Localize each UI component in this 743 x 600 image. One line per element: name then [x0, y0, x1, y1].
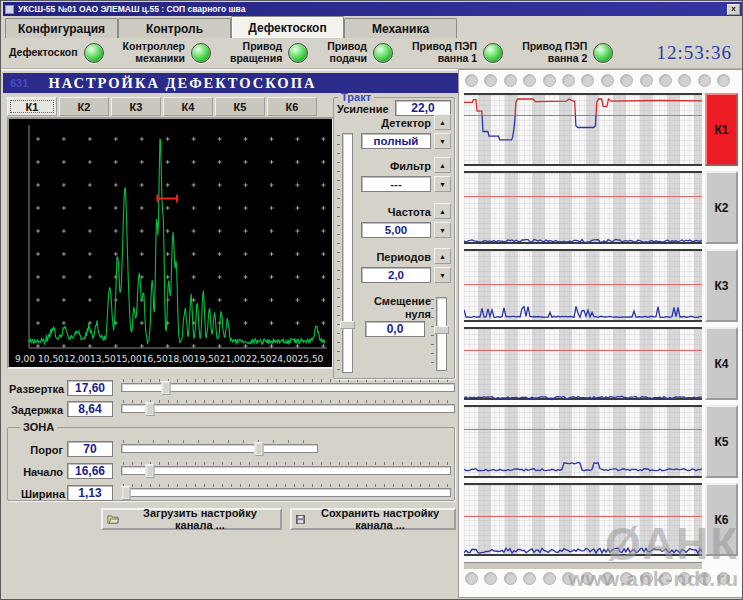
folder-open-icon: [107, 514, 119, 525]
panel-title: НАСТРОЙКА ДЕФЕКТОСКОПА: [3, 75, 362, 92]
channel-tab-bar: К1 К2 К3 К4 К5 К6: [7, 97, 317, 116]
zero-offset-value[interactable]: 0,0: [365, 321, 425, 337]
application-window: УКСШ-55 №01 ОАО ЭЛЕМАШ ц.55 : СОП сварно…: [0, 0, 743, 600]
detector-down-button[interactable]: ▼: [434, 133, 451, 149]
slider-thumb[interactable]: [162, 381, 171, 395]
gain-label: Усиление: [337, 103, 393, 115]
channel-tab-k3[interactable]: К3: [111, 97, 161, 116]
gate-start-slider[interactable]: [121, 462, 451, 478]
status-bar: Дефектоскоп Контроллер механики Привод в…: [1, 38, 743, 69]
perforation-hole: [581, 572, 594, 585]
svg-text:13,50: 13,50: [90, 354, 116, 364]
svg-text:16,50: 16,50: [142, 354, 168, 364]
perforation-hole: [543, 572, 556, 585]
threshold-value[interactable]: 70: [67, 441, 113, 457]
delay-slider[interactable]: [121, 400, 455, 416]
main-tab-bar: Конфигурация Контроль Дефектоскоп Механи…: [5, 16, 457, 38]
slider-thumb[interactable]: [121, 486, 130, 500]
periods-value[interactable]: 2,0: [361, 267, 431, 283]
detector-label: Детектор: [357, 117, 431, 129]
tract-title: Тракт: [338, 91, 374, 103]
svg-text:21,00: 21,00: [220, 354, 246, 364]
title-bar: УКСШ-55 №01 ОАО ЭЛЕМАШ ц.55 : СОП сварно…: [3, 2, 742, 16]
periods-down-button[interactable]: ▼: [434, 267, 451, 283]
strip-channel-button-к5[interactable]: К5: [705, 405, 738, 478]
zero-offset-slider[interactable]: [431, 297, 453, 371]
gate-width-value[interactable]: 1,13: [67, 485, 113, 501]
frequency-down-button[interactable]: ▼: [434, 222, 451, 238]
channel-tab-k6[interactable]: К6: [267, 97, 317, 116]
ascan-chart: 9,0010,5012,0013,5015,0016,5018,0019,502…: [9, 119, 332, 367]
save-channel-settings-button[interactable]: Сохранить настройку канала ...: [290, 508, 456, 530]
tab-mechanics[interactable]: Механика: [344, 18, 457, 38]
gate-width-label: Ширина: [21, 488, 63, 500]
channel-tab-k1[interactable]: К1: [7, 97, 57, 116]
channel-tab-k4[interactable]: К4: [163, 97, 213, 116]
strip-band-к1: [464, 93, 702, 166]
gate-width-slider[interactable]: [121, 484, 451, 500]
led-icon: [593, 43, 613, 63]
filter-up-button[interactable]: ▲: [434, 157, 451, 173]
channel-tab-k2[interactable]: К2: [59, 97, 109, 116]
tab-defectoscope[interactable]: Дефектоскоп: [231, 16, 344, 38]
channel-tab-k5[interactable]: К5: [215, 97, 265, 116]
svg-text:9,00: 9,00: [15, 354, 35, 364]
detector-value[interactable]: полный: [361, 133, 431, 149]
strip-band-к2: [464, 171, 702, 244]
strip-channel-button-к3[interactable]: К3: [705, 249, 738, 322]
delay-value[interactable]: 8,64: [67, 401, 113, 417]
perforation-hole: [601, 572, 614, 585]
sweep-slider[interactable]: [121, 379, 455, 395]
svg-text:15,00: 15,00: [116, 354, 142, 364]
slider-thumb[interactable]: [145, 464, 154, 478]
threshold-slider[interactable]: [121, 440, 318, 456]
perforation-hole: [465, 74, 478, 87]
perforation-hole: [698, 74, 711, 87]
gate-start-value[interactable]: 16,66: [67, 463, 113, 479]
perforation-hole: [581, 74, 594, 87]
perforation-hole: [601, 74, 614, 87]
perforation-hole: [640, 74, 653, 87]
panel-title-bar: 631 НАСТРОЙКА ДЕФЕКТОСКОПА: [3, 73, 463, 93]
filter-value[interactable]: ---: [361, 176, 431, 192]
strip-bottom-bar: [464, 562, 702, 569]
sweep-value[interactable]: 17,60: [67, 380, 113, 396]
indicator-probe-bath1: Привод ПЭП ванна 1: [412, 41, 503, 65]
slider-thumb[interactable]: [254, 442, 263, 456]
strip-channel-button-к4[interactable]: К4: [705, 327, 738, 400]
strip-channel-button-к6[interactable]: К6: [705, 483, 738, 556]
filter-down-button[interactable]: ▼: [434, 176, 451, 192]
led-icon: [84, 43, 104, 63]
frequency-label: Частота: [357, 206, 431, 218]
perforation-hole: [504, 572, 517, 585]
load-channel-settings-button[interactable]: Загрузить настройку канала ...: [101, 508, 282, 530]
slider-thumb[interactable]: [434, 326, 449, 334]
detector-up-button[interactable]: ▲: [434, 114, 451, 130]
sweep-label: Развертка: [9, 383, 63, 395]
frequency-up-button[interactable]: ▲: [434, 203, 451, 219]
led-icon: [373, 43, 393, 63]
perforation-hole: [717, 74, 730, 87]
perforation-hole: [659, 572, 672, 585]
close-button[interactable]: x: [727, 4, 740, 15]
svg-text:25,50: 25,50: [298, 354, 324, 364]
tab-control[interactable]: Контроль: [118, 18, 231, 38]
periods-label: Периодов: [357, 251, 431, 263]
perforation-hole: [717, 572, 730, 585]
slider-thumb[interactable]: [146, 402, 155, 416]
perforation-hole: [678, 572, 691, 585]
gain-slider[interactable]: [337, 133, 359, 373]
indicator-rotation-drive: Привод вращения: [230, 41, 308, 65]
strip-band-к3: [464, 249, 702, 322]
periods-up-button[interactable]: ▲: [434, 248, 451, 264]
frequency-value[interactable]: 5,00: [361, 222, 431, 238]
strip-channel-button-к1[interactable]: К1: [705, 93, 738, 166]
led-icon: [191, 43, 211, 63]
strip-channel-button-к2[interactable]: К2: [705, 171, 738, 244]
tab-configuration[interactable]: Конфигурация: [5, 18, 118, 38]
indicator-feed-drive: Привод подачи: [327, 41, 393, 65]
defectoscope-settings-panel: 631 НАСТРОЙКА ДЕФЕКТОСКОПА К1 К2 К3 К4 К…: [1, 69, 461, 600]
strip-band-к4: [464, 327, 702, 400]
svg-text:22,50: 22,50: [246, 354, 272, 364]
slider-thumb[interactable]: [340, 321, 355, 329]
